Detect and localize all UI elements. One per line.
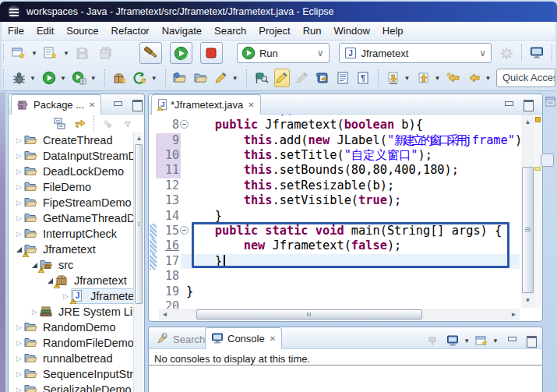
mark-occurrences-icon[interactable] [274, 69, 290, 87]
editor-vscrollbar[interactable]: ▲ ▼ [521, 115, 534, 308]
import-folder-icon[interactable] [173, 69, 189, 87]
tree-item-jframetext[interactable]: Jframetext [9, 242, 133, 257]
menu-refactor[interactable]: Refactor [105, 23, 156, 39]
run-green-icon[interactable] [41, 69, 57, 87]
stop-icon[interactable] [200, 42, 223, 64]
overview-ruler[interactable] [534, 115, 541, 308]
chevron-down-icon[interactable]: ▼ [151, 75, 157, 82]
tree-item-runnalbetread[interactable]: ▷runnalbetread [9, 351, 133, 366]
menu-search[interactable]: Search [208, 23, 252, 39]
tree-scrollbar-thumb[interactable] [135, 144, 143, 304]
save-all-icon[interactable] [97, 44, 115, 62]
chevron-down-icon[interactable]: ▼ [30, 75, 36, 82]
build-hammer-icon[interactable] [139, 42, 162, 64]
restore-view-icon[interactable] [545, 96, 557, 111]
maximize-console-button[interactable] [526, 336, 538, 345]
open-folder-icon[interactable] [193, 69, 209, 87]
expand-arrow-icon[interactable]: ▷ [14, 370, 24, 378]
expand-arrow-icon[interactable]: ▷ [14, 152, 24, 160]
back-new-icon[interactable] [446, 69, 461, 87]
menu-source[interactable]: Source [60, 23, 104, 39]
tree-item-datainputstreamde[interactable]: ▷DataInputStreamDe [9, 148, 133, 164]
maximize-view-button[interactable] [132, 100, 143, 109]
minimize-editor-button[interactable] [503, 101, 515, 110]
link-with-editor-icon[interactable] [71, 115, 90, 133]
new-package-icon[interactable] [112, 69, 128, 87]
debug-icon[interactable] [11, 69, 26, 87]
console-monitor-icon[interactable] [527, 44, 546, 62]
prev-annotation-icon[interactable] [416, 69, 432, 87]
chevron-down-icon[interactable]: ∨ [312, 48, 329, 58]
book-next-icon[interactable] [315, 69, 330, 87]
tree-item-jframete[interactable]: ▷JJframete [9, 288, 133, 304]
expand-arrow-icon[interactable]: ▷ [14, 214, 24, 222]
tree-item-serializabledemo[interactable]: ▷SerializableDemo [9, 382, 133, 392]
menu-navigate[interactable]: Navigate [156, 23, 208, 39]
close-icon[interactable]: ✕ [270, 334, 276, 343]
tree-item-jre-system-libr[interactable]: ▷JRE System Libr [9, 304, 133, 320]
minimize-view-button[interactable] [112, 101, 124, 110]
editor-hscrollbar-thumb[interactable] [196, 309, 422, 320]
expand-arrow-icon[interactable]: ▷ [14, 230, 24, 238]
scroll-up-icon[interactable]: ▲ [133, 132, 145, 144]
tree-item-jframetext[interactable]: Jframetext [9, 273, 133, 288]
menu-run[interactable]: Run [297, 23, 328, 39]
tree-item-src[interactable]: src [9, 257, 133, 273]
editor-vscrollbar-thumb[interactable] [522, 167, 534, 293]
display-selected-console-icon[interactable] [443, 331, 462, 350]
save-icon[interactable] [73, 44, 92, 62]
expand-arrow-icon[interactable]: ▷ [14, 323, 24, 331]
tree-item-createthread[interactable]: ▷CreateThread [9, 132, 133, 148]
doc-lines-icon[interactable] [335, 69, 351, 87]
expand-arrow-icon[interactable]: ▷ [14, 339, 24, 347]
close-icon[interactable]: ✕ [89, 101, 95, 109]
tree-item-randomfiledemo[interactable]: ▷RandomFileDemo [9, 335, 133, 351]
titlebar[interactable]: workspaces - Java - Jframetext/src/Jfram… [0, 2, 557, 22]
chevron-down-icon[interactable]: ▼ [404, 75, 411, 82]
tree-item-getnamethreadde[interactable]: ▷GetNameThreadDe [9, 210, 133, 226]
expand-arrow-icon[interactable]: ▷ [14, 183, 24, 191]
tree-item-filedemo[interactable]: ▷FileDemo [9, 179, 133, 195]
collapse-all-icon[interactable] [51, 115, 69, 133]
tree-item-fipestreamdemo[interactable]: ▷FipeStreamDemo [9, 195, 133, 210]
menu-help[interactable]: Help [376, 23, 410, 39]
focus-task-icon[interactable] [98, 115, 117, 133]
marker-pen-icon[interactable] [294, 69, 310, 87]
overview-occurrence-marker[interactable] [534, 167, 541, 171]
close-icon[interactable]: ✕ [248, 101, 254, 109]
menu-window[interactable]: Window [328, 23, 376, 39]
tree-item-interruptcheck[interactable]: ▷InterruptCheck [9, 226, 133, 242]
run-combo[interactable]: Run∨ [237, 43, 330, 63]
tab-package-explorer[interactable]: Package ... ✕ [11, 94, 101, 115]
expand-arrow-icon[interactable]: ▷ [14, 136, 24, 144]
tree-item-randomdemo[interactable]: ▷RandomDemo [9, 320, 133, 335]
code-editor[interactable]: 891011121314151617181920 "); public Jfra… [150, 115, 541, 320]
quick-access-box[interactable]: Quick Access [496, 69, 555, 87]
marker-pen-icon[interactable] [213, 69, 229, 87]
run-last-icon[interactable] [170, 42, 192, 64]
scroll-down-icon[interactable]: ▼ [522, 295, 534, 306]
run-config-icon[interactable] [72, 69, 87, 87]
next-annotation-icon[interactable] [386, 69, 401, 87]
overview-warning-marker[interactable] [535, 117, 541, 122]
expand-arrow-icon[interactable]: ▷ [14, 168, 24, 175]
chevron-down-icon[interactable]: ▼ [232, 75, 238, 82]
tab-console[interactable]: Console ✕ [205, 327, 282, 349]
scroll-right-icon[interactable]: ► [508, 309, 520, 320]
open-console-icon[interactable] [472, 331, 491, 350]
chevron-down-icon[interactable]: ∨ [474, 48, 491, 58]
launch-combo[interactable]: JJframetext∨ [339, 43, 492, 63]
search-flag-icon[interactable] [254, 69, 270, 87]
expand-arrow-icon[interactable]: ▷ [30, 308, 40, 316]
chevron-down-icon[interactable]: ▼ [31, 50, 37, 57]
menu-project[interactable]: Project [252, 23, 296, 39]
tree-item-sequenceinputstre[interactable]: ▷SequenceInputStre [9, 366, 133, 382]
maximize-editor-button[interactable] [523, 100, 534, 109]
editor-hscrollbar[interactable]: ◄ ► [159, 309, 520, 320]
expand-arrow-icon[interactable]: ▷ [14, 199, 24, 207]
expand-arrow-icon[interactable]: ▷ [14, 355, 24, 362]
refresh-icon[interactable] [132, 69, 148, 87]
minimized-view-box[interactable] [541, 154, 554, 167]
menu-edit[interactable]: Edit [30, 23, 60, 39]
new-java-item-icon[interactable] [41, 44, 60, 62]
